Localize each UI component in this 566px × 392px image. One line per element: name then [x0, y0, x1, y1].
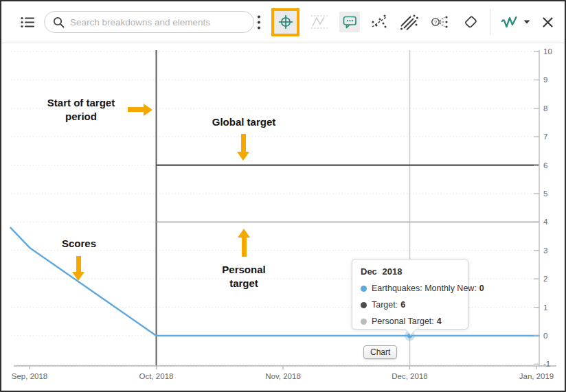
multi-trendline-tool-button[interactable] [398, 12, 420, 32]
arrow-right-shaft [128, 107, 144, 112]
kebab-menu-icon [257, 14, 261, 30]
multi-trendline-icon [400, 14, 419, 30]
close-button[interactable] [541, 15, 555, 30]
y-axis-label: 4 [543, 218, 548, 226]
series-color-dot-icon [361, 302, 367, 308]
chart-type-label: Chart [363, 345, 397, 359]
x-axis-label: Oct, 2018 [139, 372, 174, 380]
metric-disabled-button [308, 12, 330, 32]
chart-logo-button[interactable] [499, 14, 532, 31]
arrow-up-shaft [242, 237, 247, 257]
tooltip-rows: Earthquakes: Monthly New:0Target:6Person… [361, 284, 460, 326]
breakdown-list-icon [21, 16, 34, 29]
kebab-menu-button[interactable] [256, 13, 262, 32]
search-input[interactable] [70, 17, 245, 27]
toolbar-divider [490, 9, 490, 35]
toolbar: ? [1, 1, 565, 43]
y-axis-label: 7 [543, 132, 547, 141]
tooltip-title: Dec 2018 [361, 266, 460, 277]
svg-text:?: ? [434, 19, 438, 25]
search-icon [53, 16, 65, 28]
breakdown-list-button[interactable] [19, 14, 36, 30]
y-axis-label: 3 [543, 246, 547, 255]
series-color-dot-icon [361, 286, 367, 292]
y-axis-label: 8 [543, 104, 547, 113]
tag-icon [462, 13, 479, 31]
target-tool-button[interactable] [275, 12, 296, 32]
chart-canvas[interactable]: 109876543210-1Sep, 2018Oct, 2018Nov, 201… [1, 1, 565, 391]
trendline-icon [370, 14, 388, 30]
arrow-down-shaft [76, 256, 81, 273]
arrow-down-icon [237, 152, 249, 161]
annotation-personal-target: Personal target [216, 263, 271, 290]
target-tool-highlight [271, 8, 299, 36]
y-axis-label: 10 [543, 47, 552, 56]
annotation-scores: Scores [52, 237, 106, 251]
arrow-down-icon [72, 272, 84, 281]
comments-icon [343, 16, 357, 29]
close-icon [542, 16, 554, 28]
y-axis-label: 1 [543, 303, 547, 312]
tag-tool-button[interactable] [460, 12, 481, 32]
toolbar-tools: ? [256, 8, 555, 36]
comments-tool-button[interactable] [339, 12, 360, 32]
arrow-down-shaft [241, 134, 246, 152]
y-axis-label: 9 [543, 76, 547, 84]
y-axis-label: 2 [543, 275, 547, 283]
x-axis-label: Sep, 2018 [12, 372, 47, 380]
hover-tooltip: Dec 2018 Earthquakes: Monthly New:0Targe… [352, 259, 468, 330]
tooltip-row: Earthquakes: Monthly New:0 [361, 284, 460, 293]
annotation-start-of-target-period: Start of target period [39, 96, 123, 123]
explain-tool-button[interactable]: ? [429, 13, 451, 31]
trendline-tool-button[interactable] [369, 12, 389, 32]
target-icon [277, 13, 295, 31]
metric-disabled-icon [310, 14, 329, 30]
chart-widget: ? [0, 0, 566, 392]
x-axis-label: Nov, 2018 [265, 372, 301, 380]
tooltip-row: Personal Target:4 [361, 316, 460, 326]
y-axis-label: 5 [543, 189, 547, 198]
y-axis-label: -1 [543, 360, 550, 368]
arrow-right-icon [144, 104, 152, 116]
chart-logo-icon [501, 15, 520, 30]
x-axis-label: Dec, 2018 [392, 372, 427, 380]
dropdown-caret-icon [523, 20, 530, 24]
search-box[interactable] [44, 11, 254, 33]
annotation-global-target: Global target [196, 115, 292, 129]
x-axis-label: Jan, 2019 [519, 372, 554, 380]
explain-icon: ? [431, 14, 450, 30]
tooltip-row: Target:6 [361, 300, 460, 310]
series-color-dot-icon [361, 319, 367, 325]
y-axis-label: 6 [543, 161, 547, 170]
y-axis-label: 0 [543, 332, 547, 340]
